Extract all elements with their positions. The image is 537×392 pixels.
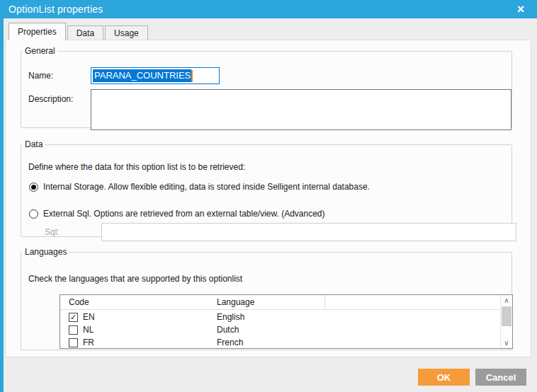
column-header-code[interactable]: Code bbox=[69, 297, 89, 307]
language-row-nl[interactable]: NL Dutch bbox=[60, 323, 500, 336]
vertical-scrollbar[interactable]: ∧ ∨ bbox=[500, 295, 512, 348]
tab-usage[interactable]: Usage bbox=[105, 25, 148, 40]
general-group-legend: General bbox=[23, 46, 57, 56]
data-intro-text: Define where the data for this option li… bbox=[28, 162, 245, 172]
language-name: Dutch bbox=[217, 325, 239, 335]
sql-input[interactable] bbox=[101, 223, 516, 241]
language-code: EN bbox=[83, 312, 95, 322]
close-icon[interactable]: × bbox=[511, 0, 530, 18]
tab-strip: Properties Data Usage bbox=[9, 23, 149, 40]
description-textarea[interactable] bbox=[91, 89, 511, 130]
sql-label: Sql: bbox=[45, 227, 60, 237]
language-code: NL bbox=[83, 325, 94, 335]
dialog-title: OptionList properties bbox=[9, 4, 103, 15]
radio-external-sql[interactable]: External Sql. Options are retrieved from… bbox=[29, 209, 497, 219]
languages-list-header: Code Language bbox=[60, 295, 512, 310]
general-group: General Name: PARANA_COUNTRIES Descripti… bbox=[21, 46, 512, 128]
languages-group: Languages Check the languages that are s… bbox=[21, 247, 512, 350]
properties-tab-panel: General Name: PARANA_COUNTRIES Descripti… bbox=[5, 40, 531, 357]
name-input[interactable]: PARANA_COUNTRIES bbox=[91, 67, 220, 84]
data-group: Data Define where the data for this opti… bbox=[21, 139, 512, 237]
language-code: FR bbox=[83, 338, 94, 347]
name-label: Name: bbox=[28, 71, 53, 81]
scroll-down-icon[interactable]: ∨ bbox=[501, 338, 512, 348]
language-name: French bbox=[217, 338, 243, 347]
optionlist-properties-dialog: OptionList properties × Properties Data … bbox=[0, 0, 537, 392]
cancel-button[interactable]: Cancel bbox=[475, 369, 526, 386]
scrollbar-thumb[interactable] bbox=[502, 306, 511, 326]
language-row-fr[interactable]: FR French bbox=[60, 336, 500, 349]
checkbox-en[interactable]: ✓ bbox=[69, 313, 78, 322]
description-label: Description: bbox=[28, 94, 73, 104]
radio-external-sql-label: External Sql. Options are retrieved from… bbox=[43, 209, 325, 219]
radio-external-sql-icon bbox=[29, 209, 38, 219]
radio-internal-storage[interactable]: Internal Storage. Allow flexible editing… bbox=[29, 182, 497, 192]
tab-data[interactable]: Data bbox=[67, 25, 103, 40]
text-caret bbox=[191, 70, 193, 82]
left-accent-strip bbox=[0, 18, 4, 392]
radio-internal-storage-label: Internal Storage. Allow flexible editing… bbox=[43, 182, 370, 192]
tab-properties[interactable]: Properties bbox=[9, 23, 66, 40]
radio-internal-storage-icon bbox=[29, 183, 38, 192]
checkbox-fr[interactable] bbox=[69, 338, 78, 347]
languages-intro-text: Check the languages that are supported b… bbox=[28, 274, 242, 284]
languages-rows: ✓ EN English NL Dutch FR French bbox=[60, 311, 500, 349]
checkbox-nl[interactable] bbox=[69, 325, 78, 335]
column-header-language[interactable]: Language bbox=[217, 297, 254, 307]
name-input-selected-text: PARANA_COUNTRIES bbox=[93, 69, 191, 82]
dialog-titlebar: OptionList properties × bbox=[0, 0, 537, 18]
ok-button[interactable]: OK bbox=[418, 369, 470, 386]
data-group-legend: Data bbox=[23, 139, 45, 149]
scroll-up-icon[interactable]: ∧ bbox=[501, 295, 512, 306]
language-name: English bbox=[217, 312, 244, 322]
languages-group-legend: Languages bbox=[23, 247, 69, 257]
column-divider bbox=[324, 295, 325, 310]
language-row-en[interactable]: ✓ EN English bbox=[60, 311, 500, 323]
languages-listbox: Code Language ✓ EN English NL Dutch bbox=[60, 294, 513, 349]
